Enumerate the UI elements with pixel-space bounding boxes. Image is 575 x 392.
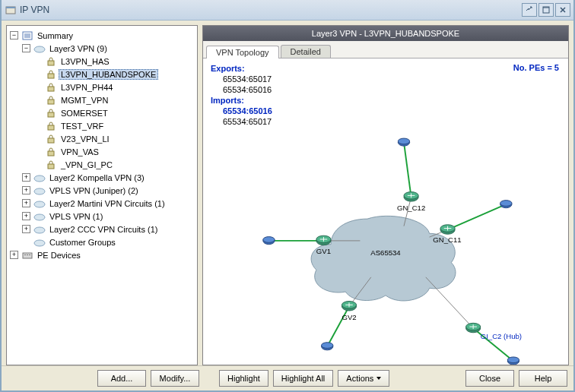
expand-icon[interactable]: + xyxy=(22,212,30,220)
svg-rect-18 xyxy=(48,151,54,156)
import-rt[interactable]: 65534:65016 xyxy=(223,106,561,116)
tree-item[interactable]: SOMERSET xyxy=(43,106,195,119)
restore-window-button[interactable] xyxy=(522,3,537,17)
svg-line-45 xyxy=(404,142,411,197)
vpn-tree[interactable]: − Summary − xyxy=(7,26,197,365)
tree-label: L3VPN_HAS xyxy=(59,56,112,67)
svg-rect-26 xyxy=(23,253,32,258)
tab-detailed[interactable]: Detailed xyxy=(281,45,331,58)
titlebar: IP VPN xyxy=(2,0,573,21)
tree-item[interactable]: _VPN_GI_PC xyxy=(43,158,195,171)
close-window-button[interactable] xyxy=(555,3,570,17)
cloud-icon xyxy=(33,224,46,235)
route-targets: Exports: 65534:65017 65534:65016 Imports… xyxy=(211,63,561,127)
svg-point-10 xyxy=(34,46,45,52)
collapse-icon[interactable]: − xyxy=(22,44,30,52)
tree-item[interactable]: MGMT_VPN xyxy=(43,93,195,106)
svg-line-40 xyxy=(426,277,473,328)
dropdown-caret-icon xyxy=(376,377,381,380)
modify-button[interactable]: Modify... xyxy=(151,370,199,387)
expand-icon[interactable]: + xyxy=(10,251,18,259)
add-button[interactable]: Add... xyxy=(97,370,146,387)
collapse-icon[interactable]: − xyxy=(10,31,18,40)
node-gi-c2-hub[interactable]: GI_C2 (Hub) xyxy=(466,323,522,365)
highlight-all-button[interactable]: Highlight All xyxy=(273,370,333,387)
tree-group-layer3[interactable]: − Layer3 VPN (9) xyxy=(21,42,195,55)
tree-group[interactable]: +VPLS VPN (1) xyxy=(21,210,195,223)
export-rt: 65534:65017 xyxy=(223,74,561,84)
vpn-tree-pane: − Summary − xyxy=(6,25,198,365)
window-icon xyxy=(5,4,17,16)
lock-icon xyxy=(45,108,57,119)
tree-item[interactable]: VPN_VAS xyxy=(43,145,195,158)
cloud-icon xyxy=(33,211,46,222)
node-gv2[interactable]: GV2 xyxy=(322,302,357,350)
tree-label: L3VPN_HUBANDSPOKE xyxy=(59,69,158,80)
device-icon xyxy=(21,250,33,261)
tree-label: _VPN_GI_PC xyxy=(59,160,115,170)
lock-icon xyxy=(45,82,57,93)
tree-group[interactable]: +Layer2 CCC VPN Circuits (1) xyxy=(21,223,195,236)
tree-item[interactable]: L3VPN_PH44 xyxy=(43,81,195,93)
cloud-icon xyxy=(33,198,46,209)
layer3-items: L3VPN_HAS L3VPN_HUBANDSPOKE L3VPN_PH44 M… xyxy=(21,55,195,171)
svg-rect-12 xyxy=(48,74,54,78)
svg-text:GI_C2 (Hub): GI_C2 (Hub) xyxy=(481,332,522,340)
detail-header-text: Layer3 VPN - L3VPN_HUBANDSPOKE xyxy=(312,29,459,38)
svg-text:GN_C11: GN_C11 xyxy=(433,236,461,244)
expand-icon[interactable]: + xyxy=(22,225,30,233)
svg-rect-19 xyxy=(48,164,54,169)
cloud-icon xyxy=(33,185,46,196)
svg-line-47 xyxy=(448,204,507,230)
tree-group[interactable]: +Layer2 Kompella VPN (3) xyxy=(21,171,195,184)
help-button[interactable]: Help xyxy=(519,370,567,387)
node-gn-c12[interactable]: GN_C12 xyxy=(397,138,425,212)
svg-rect-16 xyxy=(48,125,54,130)
tree-label: SOMERSET xyxy=(59,108,110,119)
maximize-button[interactable] xyxy=(538,3,554,17)
tree-item[interactable]: TEST_VRF xyxy=(43,119,195,132)
svg-point-22 xyxy=(34,201,45,207)
close-button[interactable]: Close xyxy=(465,370,514,387)
expand-icon[interactable]: + xyxy=(22,186,30,194)
lock-icon xyxy=(45,147,57,157)
svg-text:GV2: GV2 xyxy=(342,313,356,321)
svg-rect-1 xyxy=(6,7,15,8)
imports-label: Imports: xyxy=(211,95,561,106)
tree-item[interactable]: L3VPN_HAS xyxy=(43,55,195,68)
actions-button[interactable]: Actions xyxy=(338,370,389,387)
lock-icon xyxy=(45,69,57,80)
tree-group[interactable]: +Layer2 Martini VPN Circuits (1) xyxy=(21,197,195,210)
tree-pe-devices[interactable]: + PE Devices xyxy=(8,248,195,261)
tree-item-selected[interactable]: L3VPN_HUBANDSPOKE xyxy=(43,68,195,81)
tree-item[interactable]: V23_VPN_LI xyxy=(43,132,195,145)
svg-rect-17 xyxy=(48,138,54,143)
detail-pane: Layer3 VPN - L3VPN_HUBANDSPOKE VPN Topol… xyxy=(202,25,569,365)
expand-icon[interactable]: + xyxy=(22,199,30,207)
tab-vpn-topology[interactable]: VPN Topology xyxy=(206,46,279,58)
tree-label: Layer2 Kompella VPN (3) xyxy=(47,172,147,183)
tree-label: Layer2 CCC VPN Circuits (1) xyxy=(47,224,160,235)
tree-root-summary[interactable]: − Summary xyxy=(8,29,195,42)
as-cloud[interactable]: AS65534 xyxy=(311,216,456,301)
topology-view[interactable]: No. PEs = 5 Exports: 65534:65017 65534:6… xyxy=(203,58,568,365)
detail-header: Layer3 VPN - L3VPN_HUBANDSPOKE xyxy=(203,26,568,41)
tree-label: Summary xyxy=(35,30,75,41)
tree-label: Layer3 VPN (9) xyxy=(47,43,110,54)
expand-icon[interactable]: + xyxy=(22,173,30,182)
node-gv1[interactable]: GV1 xyxy=(263,236,331,255)
tree-label: VPLS VPN (1) xyxy=(47,211,105,222)
highlight-button[interactable]: Highlight xyxy=(219,370,268,387)
tree-group[interactable]: Customer Groups xyxy=(21,236,195,248)
lock-icon xyxy=(45,134,57,144)
svg-text:GN_C12: GN_C12 xyxy=(397,204,425,212)
detail-tabs: VPN Topology Detailed xyxy=(203,41,568,58)
tree-group[interactable]: +VPLS VPN (Juniper) (2) xyxy=(21,184,195,197)
node-gn-c11[interactable]: GN_C11 xyxy=(433,201,512,244)
tree-label: TEST_VRF xyxy=(59,121,106,131)
tree-label: L3VPN_PH44 xyxy=(59,82,116,93)
svg-text:GV1: GV1 xyxy=(316,247,331,255)
svg-rect-13 xyxy=(48,87,54,91)
tree-label: VPN_VAS xyxy=(59,147,101,157)
svg-point-20 xyxy=(34,175,45,182)
